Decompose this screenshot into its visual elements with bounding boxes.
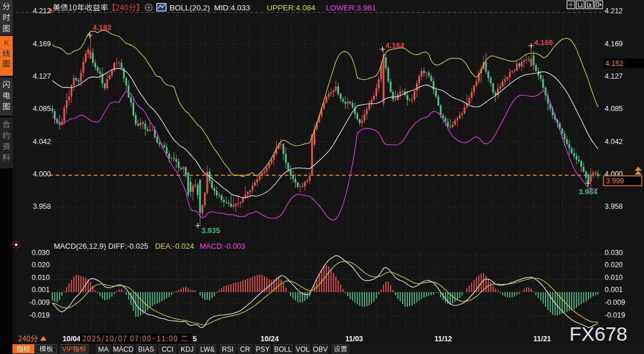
svg-text:4.169: 4.169 [605, 40, 623, 48]
svg-text:OBV: OBV [313, 345, 327, 353]
svg-text:CCI: CCI [161, 345, 174, 353]
svg-text:4.212: 4.212 [33, 7, 51, 15]
svg-text:4.085: 4.085 [605, 105, 623, 113]
svg-text:4.164: 4.164 [385, 41, 404, 50]
svg-text:VOL: VOL [296, 345, 310, 353]
svg-text:10/24: 10/24 [260, 335, 278, 343]
svg-text:UPPER:4.084: UPPER:4.084 [267, 3, 316, 12]
svg-text:4.085: 4.085 [33, 105, 51, 113]
svg-text:4.000: 4.000 [33, 170, 51, 178]
svg-text:11/21: 11/21 [533, 335, 551, 343]
svg-text:0.020: 0.020 [605, 261, 623, 269]
svg-text:4.042: 4.042 [33, 138, 51, 146]
svg-text:3.958: 3.958 [33, 202, 51, 211]
svg-text:MACD(26,12,9) DIFF:-0.025: MACD(26,12,9) DIFF:-0.025 [54, 242, 148, 250]
svg-text:-0.019: -0.019 [30, 311, 50, 319]
svg-text:BOLL: BOLL [274, 345, 292, 353]
svg-text:4.182: 4.182 [93, 23, 112, 32]
svg-text:BIAS: BIAS [138, 345, 154, 353]
svg-text:5: 5 [193, 335, 197, 343]
svg-text:4.127: 4.127 [33, 72, 51, 80]
svg-text:11/12: 11/12 [435, 335, 452, 343]
svg-text:RSI: RSI [222, 345, 233, 353]
svg-text:DEA:-0.024: DEA:-0.024 [155, 242, 194, 250]
svg-text:0.010: 0.010 [605, 274, 623, 282]
svg-text:3.935: 3.935 [201, 226, 220, 235]
svg-text:MACD:-0.003: MACD:-0.003 [200, 242, 245, 250]
svg-text:11/03: 11/03 [345, 335, 363, 343]
svg-text:4.212: 4.212 [605, 7, 623, 15]
svg-text:-0.019: -0.019 [605, 311, 625, 319]
svg-text:10/04: 10/04 [62, 335, 80, 343]
svg-text:3.958: 3.958 [605, 202, 623, 211]
svg-text:3.984: 3.984 [579, 187, 598, 196]
svg-text:-0.009: -0.009 [605, 298, 625, 307]
svg-text:CR: CR [240, 345, 251, 353]
svg-text:BOLL(20,2): BOLL(20,2) [170, 3, 210, 12]
svg-text:4.127: 4.127 [605, 72, 623, 80]
svg-text:FX678: FX678 [569, 323, 627, 345]
svg-text:MACD: MACD [113, 345, 134, 353]
svg-text:4.169: 4.169 [33, 40, 51, 48]
svg-text:0.010: 0.010 [32, 274, 50, 282]
svg-text:0.030: 0.030 [605, 249, 623, 257]
svg-text:0.020: 0.020 [32, 261, 50, 269]
svg-text:0.001: 0.001 [605, 286, 623, 294]
svg-text:0.030: 0.030 [32, 249, 50, 257]
svg-text:3.999: 3.999 [606, 177, 624, 185]
svg-text:4.042: 4.042 [605, 138, 623, 146]
svg-text:MID:4.033: MID:4.033 [214, 3, 250, 12]
svg-text:LW&: LW& [200, 345, 215, 353]
svg-text:LOWER:3.981: LOWER:3.981 [326, 3, 376, 12]
svg-text:4.166: 4.166 [534, 38, 553, 47]
svg-text:MA: MA [98, 345, 109, 353]
svg-text:0.001: 0.001 [32, 286, 50, 294]
svg-text:PSY: PSY [256, 345, 270, 353]
svg-text:-0.009: -0.009 [30, 298, 50, 307]
svg-text:KDJ: KDJ [181, 345, 194, 353]
svg-text:4.152: 4.152 [605, 60, 623, 68]
